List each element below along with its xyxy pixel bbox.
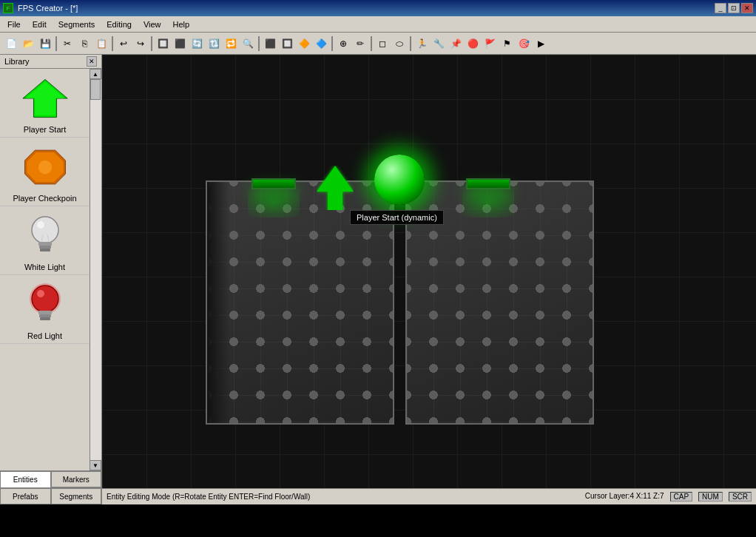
toolbar-t13[interactable]: ◻ xyxy=(374,36,391,52)
toolbar-t2[interactable]: ⬛ xyxy=(172,36,188,52)
toolbar-sep-7 xyxy=(410,36,411,51)
svg-point-5 xyxy=(32,217,58,243)
red-light-icon xyxy=(21,281,69,328)
cursor-info: Cursor Layer:4 X:11 Z:7 xyxy=(585,492,664,501)
room-left-wall xyxy=(207,182,229,423)
toolbar-t12[interactable]: ✏ xyxy=(352,36,368,52)
tab-entities[interactable]: Entities xyxy=(0,471,51,487)
tab-prefabs[interactable]: Prefabs xyxy=(0,488,51,504)
svg-rect-15 xyxy=(38,311,52,314)
svg-rect-8 xyxy=(39,246,51,249)
toolbar-open[interactable]: 📂 xyxy=(20,36,36,52)
toolbar-t20[interactable]: ⚑ xyxy=(499,36,515,52)
library-item-checkpoint[interactable]: Player Checkpoin xyxy=(0,138,90,206)
toolbar-t1[interactable]: 🔲 xyxy=(155,36,171,52)
library-items-container: ▲ Player Start xyxy=(0,69,101,470)
toolbar-t11[interactable]: ⊕ xyxy=(335,36,351,52)
white-light-icon xyxy=(21,212,69,260)
svg-rect-9 xyxy=(40,249,50,251)
library-panel: Library ✕ ▲ Player Start xyxy=(0,55,102,504)
toolbar-save[interactable]: 💾 xyxy=(37,36,53,52)
library-tabs-row2: Prefabs Segments xyxy=(0,487,101,504)
minimize-button[interactable]: _ xyxy=(715,3,726,13)
toolbar-t17[interactable]: 📌 xyxy=(448,36,464,52)
library-close-button[interactable]: ✕ xyxy=(87,56,97,67)
toolbar-copy[interactable]: ⎘ xyxy=(76,36,92,52)
viewport[interactable]: Player Start (dynamic) Entity Editing Mo… xyxy=(102,55,756,504)
red-light-label: Red Light xyxy=(27,331,62,340)
toolbar-cut[interactable]: ✂ xyxy=(59,36,75,52)
svg-point-4 xyxy=(38,161,51,174)
player-start-arrow xyxy=(317,166,354,212)
library-scrollbar-track xyxy=(90,79,101,470)
player-start-entity[interactable] xyxy=(374,155,425,205)
svg-marker-18 xyxy=(317,166,354,210)
menu-segments[interactable]: Segments xyxy=(53,18,101,30)
toolbar-sep-6 xyxy=(371,36,372,51)
title-bar: F FPS Creator - [*] _ ⊡ ✕ xyxy=(0,0,756,16)
svg-point-6 xyxy=(37,221,44,229)
toolbar-sep-4 xyxy=(258,36,260,51)
menu-edit[interactable]: Edit xyxy=(27,18,53,30)
menu-bar: File Edit Segments Editing View Help xyxy=(0,16,756,33)
toolbar-undo[interactable]: ↩ xyxy=(115,36,132,52)
library-scrollbar-thumb[interactable] xyxy=(90,79,101,100)
library-item-red-light[interactable]: Red Light xyxy=(0,275,90,344)
menu-help[interactable]: Help xyxy=(167,18,196,30)
toolbar-t6[interactable]: 🔍 xyxy=(240,36,256,52)
toolbar-sep-1 xyxy=(55,36,57,51)
library-item-player-start[interactable]: Player Start xyxy=(0,69,90,138)
toolbar-paste[interactable]: 📋 xyxy=(93,36,109,52)
toolbar-t15[interactable]: 🏃 xyxy=(414,36,430,52)
toolbar-t18[interactable]: 🔴 xyxy=(465,36,481,52)
svg-marker-1 xyxy=(25,81,64,115)
tab-segments[interactable]: Segments xyxy=(51,488,102,504)
toolbar-t16[interactable]: 🔧 xyxy=(431,36,447,52)
toolbar-t8[interactable]: 🔲 xyxy=(279,36,295,52)
menu-view[interactable]: View xyxy=(138,18,167,30)
close-button[interactable]: ✕ xyxy=(741,3,753,13)
toolbar-t9[interactable]: 🔶 xyxy=(296,36,312,52)
library-header: Library ✕ xyxy=(0,55,101,69)
toolbar-sep-5 xyxy=(331,36,333,51)
app-icon: F xyxy=(3,3,13,13)
toolbar-t3[interactable]: 🔄 xyxy=(189,36,205,52)
status-bar: Entity Editing Mode (R=Rotate Entity ENT… xyxy=(102,488,756,504)
menu-file[interactable]: File xyxy=(1,18,27,30)
library-tabs-row1: Entities Markers xyxy=(0,470,101,487)
tab-markers[interactable]: Markers xyxy=(51,471,102,487)
toolbar-t7[interactable]: ⬛ xyxy=(262,36,278,52)
checkpoint-label: Player Checkpoin xyxy=(13,194,76,203)
restore-button[interactable]: ⊡ xyxy=(728,3,740,13)
library-scrollbar-up[interactable]: ▲ xyxy=(90,69,101,79)
menu-editing[interactable]: Editing xyxy=(101,18,138,30)
player-start-tooltip: Player Start (dynamic) xyxy=(350,210,444,225)
white-light-label: White Light xyxy=(24,263,65,271)
toolbar-new[interactable]: 📄 xyxy=(3,36,19,52)
svg-point-12 xyxy=(32,286,58,312)
toolbar-t14[interactable]: ⬭ xyxy=(391,36,408,52)
toolbar-t19[interactable]: 🚩 xyxy=(482,36,498,52)
player-start-label: Player Start xyxy=(24,125,66,134)
toolbar-t21[interactable]: 🎯 xyxy=(516,36,532,52)
toolbar: 📄 📂 💾 ✂ ⎘ 📋 ↩ ↪ 🔲 ⬛ 🔄 🔃 🔁 🔍 ⬛ 🔲 🔶 🔷 ⊕ ✏ … xyxy=(0,33,756,55)
status-right: Cursor Layer:4 X:11 Z:7 CAP NUM SCR xyxy=(585,492,752,501)
toolbar-t4[interactable]: 🔃 xyxy=(206,36,222,52)
library-scrollbar-down[interactable]: ▼ xyxy=(90,460,101,470)
title-bar-controls: _ ⊡ ✕ xyxy=(715,3,753,13)
num-indicator: NUM xyxy=(698,492,723,501)
toolbar-redo[interactable]: ↪ xyxy=(132,36,149,52)
entity-glow xyxy=(374,155,425,205)
library-title: Library xyxy=(4,57,30,66)
toolbar-sep-3 xyxy=(151,36,152,51)
cap-indicator: CAP xyxy=(670,492,693,501)
status-mode: Entity Editing Mode (R=Rotate Entity ENT… xyxy=(107,493,310,501)
toolbar-t22[interactable]: ▶ xyxy=(533,36,549,52)
toolbar-t10[interactable]: 🔷 xyxy=(313,36,329,52)
svg-point-13 xyxy=(37,290,44,297)
app-title: FPS Creator - [*] xyxy=(18,4,78,13)
library-item-white-light[interactable]: White Light xyxy=(0,206,90,275)
title-bar-left: F FPS Creator - [*] xyxy=(3,3,78,13)
toolbar-t5[interactable]: 🔁 xyxy=(223,36,239,52)
toolbar-sep-2 xyxy=(112,36,113,51)
